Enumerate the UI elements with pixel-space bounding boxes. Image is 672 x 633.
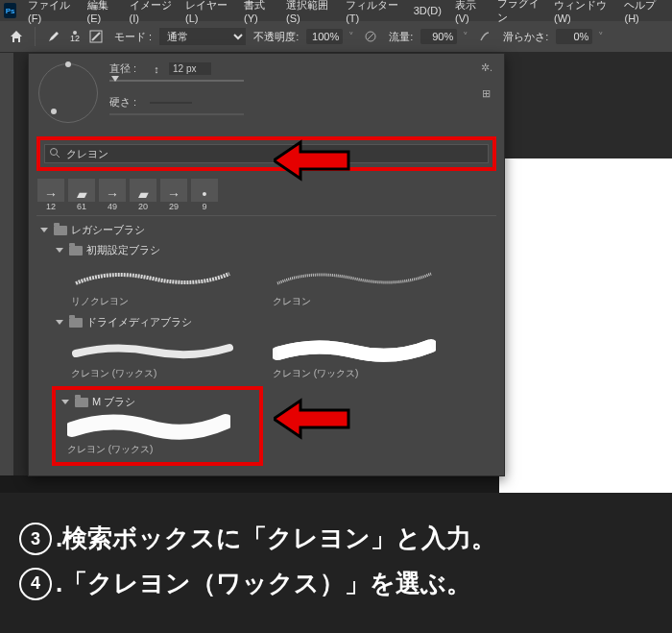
caption-line-3: 3 .検索ボックスに「クレヨン」と入力。 — [19, 516, 653, 561]
airbrush-icon[interactable] — [474, 26, 495, 47]
flip-x-icon[interactable]: ↕ — [150, 62, 163, 76]
chevron-down-icon — [56, 248, 63, 253]
caption-line-4: 4 .「クレヨン（ワックス）」を選ぶ。 — [19, 561, 653, 606]
gear-icon[interactable]: ✲. — [481, 61, 492, 74]
chevron-down-icon — [56, 320, 63, 325]
menu-file[interactable]: ファイル(F) — [22, 0, 80, 26]
folder-drymedia[interactable]: ドライメディアブラシ — [56, 312, 492, 332]
m-brush-highlight: M ブラシ クレヨン (ワックス) — [52, 386, 263, 466]
opacity-value[interactable]: 100% — [306, 29, 343, 44]
folder-icon — [75, 398, 88, 407]
brush-tip-preview[interactable] — [38, 63, 98, 123]
caption-area: 3 .検索ボックスに「クレヨン」と入力。 4 .「クレヨン（ワックス）」を選ぶ。 — [0, 493, 672, 633]
menu-filter[interactable]: フィルター(T) — [340, 0, 406, 26]
diameter-slider[interactable] — [109, 80, 244, 82]
opacity-label: 不透明度: — [253, 30, 299, 44]
folder-legacy[interactable]: レガシーブラシ — [40, 220, 492, 240]
recent-brush[interactable]: •9 — [190, 179, 219, 211]
brush-preset-wax[interactable]: クレヨン (ワックス) — [67, 412, 230, 456]
mode-label: モード : — [114, 30, 152, 44]
brush-search-input[interactable] — [64, 147, 484, 160]
menu-type[interactable]: 書式(Y) — [238, 0, 278, 26]
diameter-label: 直径 : — [109, 61, 144, 76]
canvas-area: 直径 : ↕ 12 px 硬さ : ✲. ⊞ — [14, 53, 672, 475]
brush-list: レガシーブラシ 初期設定ブラシ リノクレヨン クレヨン — [29, 216, 504, 475]
svg-point-2 — [51, 149, 58, 156]
menu-window[interactable]: ウィンドウ(W) — [548, 0, 617, 26]
step-number: 4 — [19, 568, 52, 600]
app-icon: Ps — [4, 3, 16, 18]
recent-brush[interactable]: →12 — [36, 179, 65, 211]
recent-brushes: →12 ▰61 →49 ▰20 →29 •9 — [29, 175, 504, 215]
diameter-value[interactable]: 12 px — [169, 62, 211, 75]
menu-3d[interactable]: 3D(D) — [408, 3, 447, 18]
hardness-slider[interactable] — [109, 113, 244, 115]
menu-edit[interactable]: 編集(E) — [82, 0, 122, 26]
svg-line-3 — [57, 155, 60, 158]
options-bar: 12 モード : 通常 不透明度: 100% ˅ 流量: 90% ˅ 滑らかさ:… — [0, 21, 672, 53]
brush-preset[interactable]: クレヨン — [273, 264, 436, 308]
menu-help[interactable]: ヘルプ(H) — [618, 0, 668, 26]
menu-layer[interactable]: レイヤー(L) — [180, 0, 236, 26]
brush-preset-panel: 直径 : ↕ 12 px 硬さ : ✲. ⊞ — [28, 53, 505, 476]
main-area: 直径 : ↕ 12 px 硬さ : ✲. ⊞ — [0, 53, 672, 475]
brush-preset[interactable]: クレヨン (ワックス) — [273, 336, 436, 380]
brush-preset[interactable]: リノクレヨン — [71, 264, 234, 308]
search-box-highlight — [36, 136, 496, 171]
folder-icon — [69, 246, 83, 256]
menu-bar: Ps ファイル(F) 編集(E) イメージ(I) レイヤー(L) 書式(Y) 選… — [0, 0, 672, 21]
step-number: 3 — [19, 523, 52, 555]
new-preset-icon[interactable]: ⊞ — [482, 87, 491, 100]
brush-preset[interactable]: クレヨン (ワックス) — [71, 336, 234, 380]
flow-value[interactable]: 90% — [420, 29, 457, 44]
smooth-value[interactable]: 0% — [556, 29, 592, 44]
chevron-down-icon — [40, 228, 48, 232]
tools-panel — [0, 53, 14, 475]
brush-search-field[interactable] — [44, 144, 489, 163]
search-icon — [49, 147, 60, 160]
recent-brush[interactable]: ▰61 — [67, 179, 96, 211]
document-canvas[interactable] — [499, 158, 672, 499]
menu-view[interactable]: 表示(V) — [449, 0, 490, 26]
opacity-pressure-icon[interactable] — [360, 26, 381, 47]
brush-size-number: 12 — [70, 35, 80, 43]
recent-brush[interactable]: →29 — [159, 179, 188, 211]
smooth-label: 滑らかさ: — [503, 30, 548, 44]
folder-default[interactable]: 初期設定ブラシ — [56, 240, 492, 260]
folder-m[interactable]: M ブラシ — [61, 392, 253, 412]
folder-icon — [69, 318, 83, 328]
brush-panel-toggle-icon[interactable] — [85, 26, 107, 47]
brush-tool-icon[interactable] — [43, 26, 64, 47]
flow-label: 流量: — [389, 30, 413, 44]
chevron-down-icon — [61, 400, 69, 404]
folder-icon — [54, 226, 67, 235]
menu-plugin[interactable]: プラグイン — [492, 0, 546, 27]
recent-brush[interactable]: →49 — [98, 179, 127, 211]
brush-size-preset[interactable]: 12 — [70, 31, 80, 43]
hardness-value[interactable] — [150, 102, 192, 104]
menu-select[interactable]: 選択範囲(S) — [280, 0, 338, 26]
home-icon[interactable] — [6, 26, 27, 47]
menu-image[interactable]: イメージ(I) — [124, 0, 179, 26]
recent-brush[interactable]: ▰20 — [129, 179, 157, 211]
hardness-label: 硬さ : — [109, 95, 144, 110]
blend-mode-select[interactable]: 通常 — [159, 28, 246, 45]
